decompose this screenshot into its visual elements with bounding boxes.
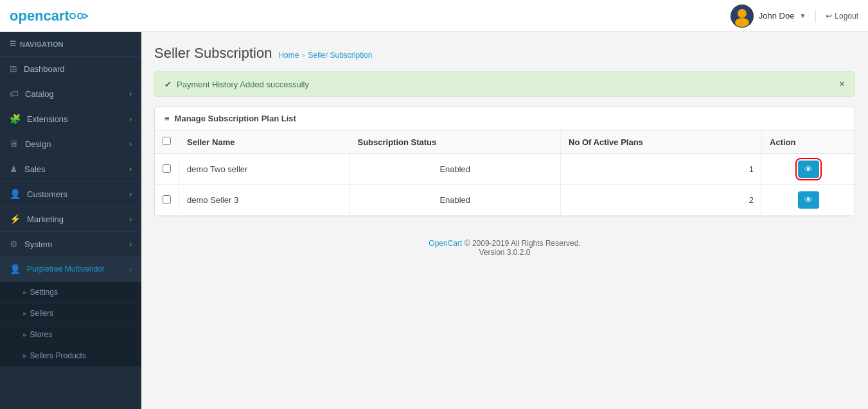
- view-icon: 👁: [804, 164, 813, 174]
- sidebar-item-catalog[interactable]: 🏷 Catalog ›: [0, 82, 141, 107]
- sidebar-item-system-label: System: [24, 239, 52, 249]
- footer-copyright: OpenCart © 2009-2019 All Rights Reserved…: [167, 239, 842, 248]
- logout-button[interactable]: ↩ Logout: [826, 12, 858, 21]
- row2-view-button[interactable]: 👁: [798, 191, 819, 209]
- row2-checkbox[interactable]: [163, 195, 171, 204]
- sellers-bullet: »: [22, 310, 26, 317]
- multivendor-arrow: ›: [130, 266, 132, 273]
- panel-heading: ≡ Manage Subscription Plan List: [155, 107, 855, 130]
- system-icon: ⚙: [10, 239, 18, 249]
- page-title: Seller Subscription: [154, 45, 272, 62]
- svg-point-0: [70, 13, 75, 19]
- sales-icon: ♟: [10, 164, 18, 174]
- alert-text: ✔ Payment History Added successully: [164, 80, 309, 89]
- row1-seller-name: demo Two seller: [179, 154, 350, 185]
- alert-success: ✔ Payment History Added successully ×: [154, 71, 855, 97]
- select-all-checkbox[interactable]: [163, 137, 171, 145]
- marketing-arrow: ›: [130, 216, 132, 223]
- table-container: Seller Name Subscription Status No Of Ac…: [155, 130, 855, 216]
- hamburger-icon: ☰: [10, 40, 16, 48]
- breadcrumb-home[interactable]: Home: [278, 51, 299, 60]
- sidebar-item-sales[interactable]: ♟ Sales ›: [0, 157, 141, 182]
- sidebar-item-marketing[interactable]: ⚡ Marketing ›: [0, 207, 141, 232]
- breadcrumb: Home › Seller Subscription: [278, 51, 372, 60]
- sidebar: ☰ NAVIGATION ⊞ Dashboard 🏷 Catalog › 🧩 E…: [0, 32, 141, 409]
- view-icon-2: 👁: [804, 195, 813, 205]
- sidebar-item-extensions[interactable]: 🧩 Extensions ›: [0, 107, 141, 132]
- logo-icon: [69, 10, 89, 22]
- panel-title: Manage Subscription Plan List: [175, 114, 296, 123]
- user-dropdown-icon[interactable]: ▼: [799, 12, 806, 19]
- design-icon: 🖥: [10, 139, 19, 149]
- svg-point-3: [738, 9, 747, 18]
- row1-view-button[interactable]: 👁: [798, 161, 819, 178]
- row2-seller-name: demo Seller 3: [179, 185, 350, 216]
- user-name[interactable]: John Doe: [759, 11, 795, 21]
- footer-copyright-text: © 2009-2019 All Rights Reserved.: [465, 239, 581, 248]
- sub-nav-item-sellers-products[interactable]: » Sellers Products: [0, 345, 141, 367]
- logo-text: opencart: [10, 8, 69, 24]
- catalog-icon: 🏷: [10, 89, 19, 99]
- col-active-plans: No Of Active Plans: [561, 130, 762, 154]
- footer-brand-link[interactable]: OpenCart: [429, 239, 462, 248]
- sidebar-item-customers-label: Customers: [27, 189, 67, 199]
- logo: opencart: [10, 8, 89, 24]
- table-body: demo Two seller Enabled 1 👁: [155, 154, 855, 216]
- table-row: demo Seller 3 Enabled 2 👁: [155, 185, 855, 216]
- footer: OpenCart © 2009-2019 All Rights Reserved…: [154, 226, 855, 270]
- sellers-products-bullet: »: [22, 352, 26, 360]
- sidebar-item-system[interactable]: ⚙ System ›: [0, 232, 141, 257]
- row1-action-cell: 👁: [762, 154, 855, 185]
- catalog-arrow: ›: [130, 91, 132, 98]
- col-checkbox: [155, 130, 179, 154]
- col-seller-name: Seller Name: [179, 130, 350, 154]
- sidebar-item-dashboard-label: Dashboard: [24, 64, 65, 74]
- sidebar-item-design[interactable]: 🖥 Design ›: [0, 132, 141, 157]
- table-head: Seller Name Subscription Status No Of Ac…: [155, 130, 855, 154]
- col-subscription-status: Subscription Status: [350, 130, 561, 154]
- sub-nav-settings-label: Settings: [30, 288, 58, 297]
- sidebar-item-extensions-label: Extensions: [27, 114, 68, 124]
- main-content: Seller Subscription Home › Seller Subscr…: [141, 32, 868, 409]
- table-row: demo Two seller Enabled 1 👁: [155, 154, 855, 185]
- sub-nav-sellers-products-label: Sellers Products: [30, 351, 86, 360]
- extensions-icon: 🧩: [10, 114, 21, 124]
- col-action: Action: [762, 130, 855, 154]
- multivendor-icon: 👤: [10, 264, 21, 274]
- customers-icon: 👤: [10, 189, 21, 199]
- breadcrumb-separator: ›: [302, 51, 305, 60]
- panel-body: Seller Name Subscription Status No Of Ac…: [155, 130, 855, 216]
- header: opencart John Doe ▼ ↩ Logout: [0, 0, 868, 32]
- sidebar-item-multivendor[interactable]: 👤 Purpletree Multivendor ›: [0, 257, 141, 282]
- row1-checkbox[interactable]: [163, 164, 171, 173]
- header-right: John Doe ▼ ↩ Logout: [731, 4, 858, 28]
- row1-active-plans: 1: [561, 154, 762, 185]
- sales-arrow: ›: [130, 166, 132, 173]
- sidebar-item-design-label: Design: [25, 139, 51, 149]
- row2-action-cell: 👁: [762, 185, 855, 216]
- sidebar-item-marketing-label: Marketing: [27, 214, 64, 224]
- alert-message: Payment History Added successully: [177, 80, 309, 89]
- dashboard-icon: ⊞: [10, 64, 17, 74]
- user-area: John Doe ▼: [731, 4, 806, 28]
- sidebar-item-dashboard[interactable]: ⊞ Dashboard: [0, 57, 141, 82]
- svg-point-4: [735, 18, 749, 27]
- sidebar-item-sales-label: Sales: [24, 164, 46, 174]
- sidebar-item-customers[interactable]: 👤 Customers ›: [0, 182, 141, 207]
- divider: [815, 10, 816, 22]
- sub-nav-sellers-label: Sellers: [30, 309, 54, 318]
- sub-nav-item-sellers[interactable]: » Sellers: [0, 303, 141, 324]
- sidebar-item-catalog-label: Catalog: [25, 89, 54, 99]
- breadcrumb-current: Seller Subscription: [308, 51, 372, 60]
- sidebar-item-multivendor-label: Purpletree Multivendor: [27, 265, 105, 274]
- sub-nav-item-stores[interactable]: » Stores: [0, 324, 141, 345]
- sub-nav-item-settings[interactable]: » Settings: [0, 282, 141, 303]
- logout-label: Logout: [835, 12, 858, 21]
- sub-nav-stores-label: Stores: [30, 330, 53, 339]
- stores-bullet: »: [22, 331, 26, 338]
- alert-close-button[interactable]: ×: [839, 78, 845, 90]
- alert-check-icon: ✔: [164, 80, 172, 89]
- customers-arrow: ›: [130, 191, 132, 198]
- row1-subscription-status: Enabled: [350, 154, 561, 185]
- marketing-icon: ⚡: [10, 214, 21, 224]
